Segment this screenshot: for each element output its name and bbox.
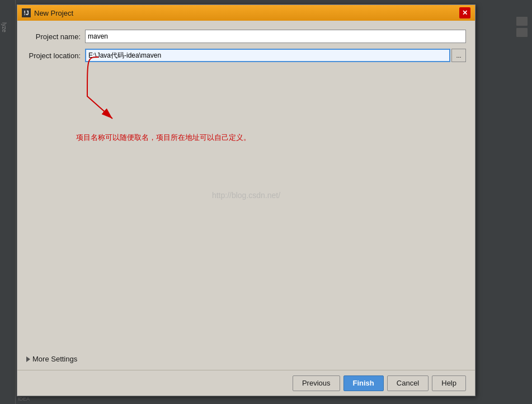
previous-button[interactable]: Previous [293,375,340,391]
dialog-app-icon: !J [22,8,31,17]
more-settings-label: More Settings [32,355,77,363]
project-location-label: Project location: [26,51,85,60]
annotation-arrow [82,51,171,135]
more-settings-triangle-icon [26,356,30,362]
watermark-text: http://blog.csdn.net/ [212,191,280,200]
ide-right-toolbar [516,17,528,37]
project-name-label: Project name: [26,32,85,41]
ide-bg-text-lyze: lyze [1,22,7,32]
project-name-input[interactable] [85,30,466,43]
finish-button[interactable]: Finish [343,375,384,391]
dialog-title: New Project [34,9,73,17]
new-project-dialog: !J New Project ✕ Project name: Project l… [17,4,475,396]
dialog-content-area: Project name: Project location: ... 项目名称… [17,21,475,370]
more-settings-toggle[interactable]: More Settings [26,353,77,365]
browse-button[interactable]: ... [451,49,466,62]
dialog-footer: Previous Finish Cancel Help [17,370,475,396]
project-name-row: Project name: [26,30,466,43]
ide-sidebar [0,0,16,404]
dialog-close-button[interactable]: ✕ [459,7,470,18]
titlebar-left: !J New Project [22,8,73,17]
cancel-button[interactable]: Cancel [387,375,429,391]
more-settings-section: More Settings [26,353,77,365]
ide-idea-text: IDEA [18,396,30,402]
annotation-text: 项目名称可以随便取名，项目所在地址可以自己定义。 [76,133,251,143]
dialog-titlebar: !J New Project ✕ [17,5,475,21]
help-button[interactable]: Help [432,375,466,391]
